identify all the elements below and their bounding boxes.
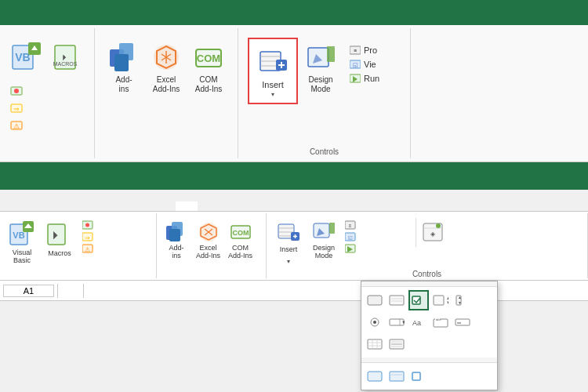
controls-group-label-top: Controls bbox=[245, 145, 404, 158]
design-mode-button-bottom[interactable]: DesignMode bbox=[309, 218, 339, 263]
ribbon-group-code-top: VB ⏵ MACROS bbox=[0, 28, 95, 158]
properties-button-bottom[interactable]: ≡ bbox=[342, 220, 412, 230]
tab-formulas-bottom[interactable] bbox=[88, 201, 110, 211]
tab-insert-bottom[interactable] bbox=[44, 201, 66, 211]
tab-home-bottom[interactable] bbox=[22, 201, 44, 211]
tab-data-bottom[interactable] bbox=[110, 201, 132, 211]
run-button-top[interactable]: Run bbox=[347, 72, 383, 85]
tab-formulas-top[interactable] bbox=[75, 16, 100, 25]
use-relative-button-bottom[interactable]: ⇒ bbox=[80, 231, 99, 242]
view-something-button-top[interactable]: ◱ Vie bbox=[347, 58, 383, 71]
insert-control-button-bottom[interactable]: Insert bbox=[271, 218, 306, 256]
tab-file-bottom[interactable] bbox=[0, 201, 22, 211]
form-ctrl-listbox-icon[interactable] bbox=[387, 290, 407, 310]
tab-view-bottom[interactable] bbox=[154, 201, 176, 211]
excel-addins-button-bottom[interactable]: ExcelAdd-Ins bbox=[193, 218, 223, 263]
add-ins-button-bottom[interactable]: Add-ins bbox=[162, 218, 191, 263]
form-ctrl-grid-icon[interactable] bbox=[365, 334, 385, 354]
com-addins-button-top[interactable]: COM COMAdd-Ins bbox=[189, 38, 228, 97]
top-ribbon-tabs bbox=[0, 0, 588, 25]
bottom-ribbon-content: VB VisualBasic ⏵ Macro bbox=[0, 212, 588, 281]
code-buttons-top: VB ⏵ MACROS bbox=[6, 31, 88, 154]
form-controls-icons-row: ▲▼ ▲▼ ▼ Aa abc bbox=[361, 287, 497, 358]
macros-icon: ⏵ MACROS bbox=[52, 41, 85, 74]
macros-button-top[interactable]: ⏵ MACROS bbox=[49, 38, 88, 77]
tab-pagelayout-top[interactable] bbox=[50, 16, 75, 25]
ribbon-group-addins-top: Add-ins ExcelAdd-Ins bbox=[95, 28, 238, 158]
visual-basic-button-bottom[interactable]: VB VisualBasic bbox=[5, 218, 39, 267]
tab-review-top[interactable] bbox=[125, 16, 151, 25]
tab-data-top[interactable] bbox=[100, 16, 125, 25]
properties-button-top[interactable]: ≡ Pro bbox=[347, 44, 383, 56]
svg-rect-95 bbox=[368, 339, 382, 349]
visual-basic-button-top[interactable]: VB bbox=[6, 38, 45, 77]
insert-control-icon bbox=[256, 44, 290, 78]
insert-dropdown-arrow[interactable]: ▾ bbox=[271, 257, 306, 265]
addins-buttons-top: Add-ins ExcelAdd-Ins bbox=[101, 31, 231, 154]
svg-rect-104 bbox=[368, 372, 382, 381]
excel-addins-label-top: ExcelAdd-Ins bbox=[153, 75, 180, 94]
tab-insert-top[interactable] bbox=[25, 16, 50, 25]
svg-text:◈: ◈ bbox=[430, 230, 436, 238]
controls-group-label-bottom: Controls bbox=[271, 268, 583, 280]
tab-d-top[interactable] bbox=[176, 16, 201, 25]
code-list-btns: ⇒ ⚠ bbox=[80, 218, 99, 256]
svg-text:⚠: ⚠ bbox=[13, 122, 20, 130]
record-macro-button-bottom[interactable] bbox=[80, 220, 99, 230]
com-addins-button-bottom[interactable]: COM COMAdd-Ins bbox=[225, 218, 256, 263]
form-ctrl-groupbox-icon[interactable]: abc bbox=[430, 312, 451, 332]
relative-icon: ⇒ bbox=[9, 102, 24, 114]
form-ctrl-combo-icon[interactable]: ▼ bbox=[387, 312, 407, 332]
tab-home-top[interactable] bbox=[0, 16, 25, 25]
form-ctrl-label-icon[interactable]: Aa bbox=[408, 312, 429, 332]
code-group-label-top bbox=[6, 154, 88, 158]
source-button-bottom[interactable]: ◈ bbox=[416, 218, 448, 247]
top-ribbon: VB ⏵ MACROS bbox=[0, 0, 588, 188]
svg-point-42 bbox=[85, 223, 89, 227]
svg-text:≡: ≡ bbox=[349, 223, 352, 228]
form-ctrl-scroll-icon[interactable]: ▲▼ bbox=[452, 290, 473, 310]
use-relative-button-top[interactable]: ⇒ bbox=[6, 100, 88, 116]
svg-rect-49 bbox=[169, 229, 180, 241]
macros-button-bottom[interactable]: ⏵ Macros bbox=[42, 218, 77, 260]
tab-review-bottom[interactable] bbox=[132, 201, 154, 211]
activex-listbox-icon[interactable] bbox=[387, 366, 407, 387]
activex-btn-icon[interactable] bbox=[365, 366, 385, 387]
form-ctrl-radio-icon[interactable] bbox=[365, 312, 385, 332]
form-ctrl-spinner-icon[interactable]: ▲▼ bbox=[430, 290, 451, 310]
svg-rect-78 bbox=[434, 296, 444, 305]
vba-icon-bottom: VB bbox=[8, 220, 36, 249]
formula-input[interactable] bbox=[87, 285, 585, 296]
ribbon-group-code-bottom: VB VisualBasic ⏵ Macro bbox=[0, 213, 157, 278]
macro-security-button-bottom[interactable]: ⚠ bbox=[80, 243, 99, 254]
svg-point-85 bbox=[373, 321, 376, 324]
macros-label-bottom: Macros bbox=[48, 249, 71, 257]
macro-security-button-top[interactable]: ⚠ bbox=[6, 118, 88, 133]
run-dialog-button-bottom[interactable] bbox=[342, 243, 412, 254]
svg-rect-28 bbox=[327, 46, 335, 62]
svg-rect-105 bbox=[390, 372, 404, 381]
svg-text:▼: ▼ bbox=[446, 300, 448, 305]
insert-control-button-top[interactable]: Insert ▾ bbox=[248, 38, 298, 104]
view-code-button-bottom[interactable]: ◱ bbox=[342, 231, 412, 242]
form-ctrl-checkbox-icon[interactable] bbox=[408, 290, 429, 310]
svg-rect-62 bbox=[329, 223, 335, 234]
record-macro-button-top[interactable] bbox=[6, 83, 88, 99]
design-mode-button-top[interactable]: DesignMode bbox=[301, 38, 340, 97]
tab-view-top[interactable] bbox=[151, 16, 176, 25]
insert-control-wrap: Insert ▾ bbox=[271, 218, 306, 265]
name-box[interactable] bbox=[3, 285, 54, 297]
form-ctrl-button-icon[interactable] bbox=[365, 290, 385, 310]
excel-addins-button-top[interactable]: ExcelAdd-Ins bbox=[147, 38, 186, 97]
form-controls-popup: ▲▼ ▲▼ ▼ Aa abc bbox=[361, 281, 498, 390]
design-mode-label-bottom: DesignMode bbox=[313, 245, 335, 260]
activex-checkbox-icon[interactable] bbox=[408, 366, 429, 387]
tab-pagelayout-bottom[interactable] bbox=[66, 201, 88, 211]
tab-developer-bottom[interactable] bbox=[176, 201, 198, 211]
ribbon-group-controls-bottom: Insert ▾ DesignMode bbox=[267, 213, 588, 278]
form-ctrl-list2-icon[interactable] bbox=[387, 334, 407, 354]
svg-text:◱: ◱ bbox=[348, 235, 353, 240]
form-ctrl-editbox-icon[interactable] bbox=[452, 312, 473, 332]
tab-te-bottom[interactable] bbox=[198, 201, 220, 211]
add-ins-button-top[interactable]: Add-ins bbox=[104, 38, 143, 97]
